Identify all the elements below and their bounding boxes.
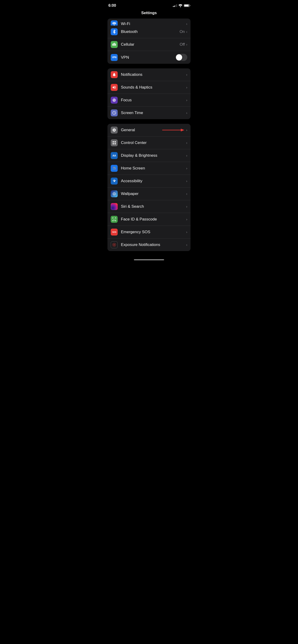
vpn-icon-wrapper: VPN (111, 54, 118, 61)
svg-point-9 (114, 167, 115, 168)
svg-point-17 (114, 180, 115, 180)
page-title: Settings (104, 10, 194, 18)
svg-point-15 (114, 169, 115, 170)
bluetooth-icon-wrapper (111, 28, 118, 35)
wifi-label: Wi-Fi (121, 22, 185, 26)
sounds-icon (112, 85, 116, 90)
settings-row-accessibility[interactable]: Accessibility › (107, 175, 191, 188)
home-indicator (104, 256, 194, 264)
settings-row-vpn[interactable]: VPN VPN (107, 51, 191, 64)
siri-icon-wrapper (111, 203, 118, 210)
settings-row-faceid[interactable]: Face ID & Passcode › (107, 213, 191, 226)
siri-chevron: › (186, 205, 187, 208)
settings-row-general[interactable]: General › (107, 124, 191, 136)
status-bar: 6:00 (104, 0, 194, 10)
general-arrow-annotation (161, 128, 184, 132)
faceid-chevron: › (186, 218, 187, 221)
sounds-icon-wrapper (111, 84, 118, 91)
bluetooth-icon (113, 30, 116, 34)
svg-point-28 (114, 246, 115, 247)
emergencysos-text: SOS (112, 231, 116, 233)
status-time: 6:00 (108, 3, 116, 8)
svg-point-34 (115, 246, 116, 246)
siri-label: Siri & Search (121, 204, 186, 209)
screentime-chevron: › (186, 111, 187, 115)
svg-point-31 (113, 244, 114, 244)
faceid-icon (112, 217, 116, 222)
settings-row-screentime[interactable]: Screen Time › (107, 107, 191, 119)
vpn-toggle[interactable] (175, 54, 187, 61)
svg-point-0 (180, 6, 181, 7)
settings-row-controlcenter[interactable]: Control Center › (107, 136, 191, 149)
svg-point-33 (113, 246, 114, 246)
cellular-value: Off (180, 42, 185, 47)
exposure-label: Exposure Notifications (121, 242, 186, 247)
cellular-chevron: › (186, 43, 187, 46)
settings-row-homescreen[interactable]: Home Screen › (107, 162, 191, 175)
screentime-icon-wrapper (111, 110, 118, 116)
wifi-row-icon (112, 22, 116, 26)
faceid-icon-wrapper (111, 216, 118, 223)
faceid-label: Face ID & Passcode (121, 217, 186, 222)
vpn-label: VPN (121, 55, 175, 60)
svg-rect-19 (113, 218, 113, 219)
cellular-icon-wrapper (111, 41, 118, 48)
bluetooth-label: Bluetooth (121, 30, 180, 34)
svg-rect-5 (115, 141, 116, 142)
sounds-label: Sounds & Haptics (121, 85, 186, 90)
settings-row-display[interactable]: AA Display & Brightness › (107, 149, 191, 162)
homescreen-icon-wrapper (111, 165, 118, 172)
homescreen-icon (112, 166, 116, 170)
vpn-text: VPN (112, 56, 116, 59)
connectivity-group: Bluetooth On › Cellular Off › VPN VPN (107, 26, 191, 64)
emergencysos-label: Emergency SOS (121, 230, 186, 234)
focus-icon (112, 98, 116, 102)
svg-rect-21 (116, 218, 116, 219)
settings-row-wallpaper[interactable]: Wallpaper › (107, 188, 191, 200)
wallpaper-label: Wallpaper (121, 192, 186, 196)
wifi-chevron: › (186, 22, 187, 26)
cellular-label: Cellular (121, 42, 180, 47)
settings-row-sounds[interactable]: Sounds & Haptics › (107, 81, 191, 94)
display-label: Display & Brightness (121, 153, 186, 158)
general-label: General (121, 128, 161, 132)
settings-row-wifi[interactable]: Wi-Fi › (107, 18, 191, 26)
settings-row-notifications[interactable]: Notifications › (107, 68, 191, 81)
settings-row-siri[interactable]: Siri & Search › (107, 200, 191, 213)
svg-point-29 (112, 244, 113, 245)
home-indicator-bar (134, 259, 164, 260)
vpn-toggle-knob (176, 54, 182, 60)
settings-row-cellular[interactable]: Cellular Off › (107, 38, 191, 51)
exposure-icon-wrapper (111, 241, 118, 248)
emergencysos-chevron: › (186, 230, 187, 234)
focus-icon-wrapper (111, 97, 118, 104)
settings-row-exposure[interactable]: Exposure Notifications › (107, 238, 191, 251)
controlcenter-icon-wrapper (111, 139, 118, 146)
svg-rect-6 (113, 143, 114, 144)
svg-point-27 (114, 243, 115, 244)
general-chevron: › (186, 128, 187, 132)
controlcenter-chevron: › (186, 141, 187, 145)
screentime-icon (112, 111, 116, 115)
settings-row-focus[interactable]: Focus › (107, 94, 191, 107)
svg-point-30 (115, 244, 116, 245)
notifications-icon (112, 72, 116, 77)
wifi-icon-wrapper (111, 20, 118, 26)
homescreen-chevron: › (186, 166, 187, 170)
accessibility-icon (112, 179, 116, 183)
notifications-icon-wrapper (111, 71, 118, 78)
notifications-chevron: › (186, 73, 187, 76)
display-aa-text: AA (113, 154, 116, 157)
cellular-icon (112, 42, 116, 46)
accessibility-label: Accessibility (121, 179, 186, 183)
settings-row-emergencysos[interactable]: SOS Emergency SOS › (107, 226, 191, 238)
svg-point-16 (115, 169, 116, 170)
screentime-label: Screen Time (121, 110, 186, 115)
svg-point-14 (113, 169, 114, 170)
display-icon-wrapper: AA (111, 152, 118, 159)
battery-icon (184, 4, 190, 7)
homescreen-label: Home Screen (121, 166, 186, 170)
settings-row-bluetooth[interactable]: Bluetooth On › (107, 26, 191, 38)
controlcenter-label: Control Center (121, 140, 186, 145)
notifications-label: Notifications (121, 72, 186, 77)
